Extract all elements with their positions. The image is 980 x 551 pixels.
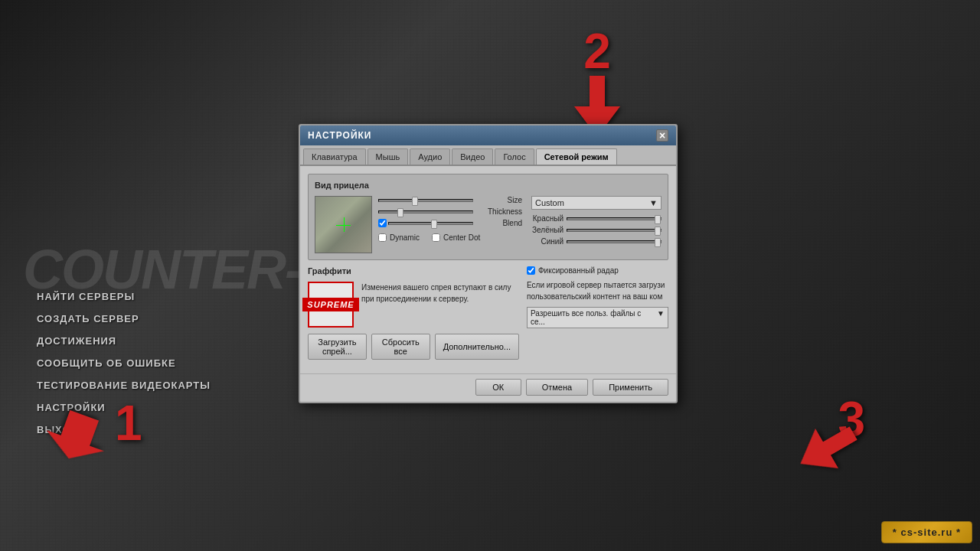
dialog-tabs: Клавиатура Мышь Аудио Видео Голос Сетево…	[300, 145, 676, 166]
radar-area: Фиксированный радар Если игровой сервер …	[527, 266, 668, 366]
thickness-label: Thickness	[476, 207, 522, 216]
apply-button[interactable]: Применить	[593, 379, 668, 396]
action-buttons: ОК Отмена Применить	[300, 373, 676, 402]
red-slider-row: Красный	[531, 214, 662, 223]
annotation-2-number: 2	[583, 24, 611, 79]
dynamic-checkbox[interactable]	[378, 233, 387, 242]
graffiti-section: Supreme Изменения вашего спрея вступают …	[308, 282, 519, 328]
blue-slider-thumb[interactable]	[655, 238, 661, 247]
blue-label: Синий	[531, 237, 564, 246]
crosshair-checkboxes: Dynamic Center Dot	[378, 232, 525, 242]
site-badge: * cs-site.ru *	[881, 521, 972, 543]
red-slider-track[interactable]	[567, 217, 662, 220]
dialog-title: НАСТРОЙКИ	[308, 130, 371, 141]
annotation-3-container: 3	[796, 425, 858, 474]
blend-slider-track[interactable]	[388, 222, 473, 225]
graffiti-buttons: Загрузить спрей... Сбросить все Дополнит…	[308, 334, 519, 360]
menu-item-find-servers[interactable]: НАЙТИ СЕРВЕРЫ	[37, 291, 211, 302]
dialog-titlebar: НАСТРОЙКИ ×	[300, 126, 676, 145]
tab-keyboard[interactable]: Клавиатура	[303, 148, 366, 165]
thickness-slider-track[interactable]	[378, 210, 473, 214]
red-slider-thumb[interactable]	[655, 215, 661, 224]
crosshair-style-dropdown[interactable]: Custom ▼	[531, 196, 662, 210]
cancel-button[interactable]: Отмена	[526, 379, 588, 396]
blue-slider-track[interactable]	[567, 240, 662, 243]
blend-slider-thumb[interactable]	[431, 220, 437, 229]
thickness-slider-row: Thickness	[378, 207, 525, 216]
tab-network[interactable]: Сетевой режим	[536, 148, 617, 165]
crosshair-section: Вид прицела Size	[308, 174, 668, 260]
crosshair-vertical-bottom	[344, 217, 345, 231]
reset-all-button[interactable]: Сбросить все	[371, 334, 430, 360]
annotation-1-number: 1	[115, 396, 142, 451]
blend-slider-row: Blend	[378, 219, 525, 227]
dynamic-checkbox-row: Dynamic	[378, 233, 420, 242]
size-slider-track[interactable]	[378, 199, 473, 202]
size-label: Size	[476, 196, 522, 204]
dialog-close-button[interactable]: ×	[656, 129, 668, 142]
red-label: Красный	[531, 214, 564, 223]
graffiti-area: Граффити Supreme Изменения вашего спрея …	[308, 266, 519, 366]
crosshair-row: Size Thickness Blend	[315, 196, 662, 253]
dynamic-label: Dynamic	[390, 233, 420, 242]
graffiti-section-title: Граффити	[308, 266, 519, 276]
size-slider-row: Size	[378, 196, 525, 204]
tab-mouse[interactable]: Мышь	[368, 148, 409, 165]
green-slider-thumb[interactable]	[655, 227, 661, 236]
radar-info: Если игровой сервер пытается загрузи пол…	[527, 279, 668, 302]
dropdown-label: Custom	[535, 198, 564, 207]
green-slider-row: Зелёный	[531, 226, 662, 234]
fixed-radar-label: Фиксированный радар	[538, 266, 619, 275]
graffiti-info: Изменения вашего спрея вступают в силу п…	[361, 282, 519, 328]
center-dot-label: Center Dot	[443, 233, 480, 242]
dropdown-arrow-icon: ▼	[649, 198, 658, 207]
bottom-row: Граффити Supreme Изменения вашего спрея …	[308, 266, 668, 366]
tab-audio[interactable]: Аудио	[410, 148, 450, 165]
crosshair-horizontal-right	[336, 225, 350, 226]
radar-dropdown-label: Разрешить все польз. файлы с се...	[531, 309, 657, 326]
radar-dropdown[interactable]: Разрешить все польз. файлы с се... ▼	[527, 307, 668, 328]
blend-checkbox[interactable]	[378, 219, 387, 227]
crosshair-section-title: Вид прицела	[315, 181, 662, 190]
radar-checkbox-row: Фиксированный радар	[527, 266, 668, 275]
menu-item-report-bug[interactable]: СООБЩИТЬ ОБ ОШИБКЕ	[37, 357, 211, 369]
tab-voice[interactable]: Голос	[495, 148, 534, 165]
advanced-button[interactable]: Дополнительно...	[435, 334, 519, 360]
radar-dropdown-icon: ▼	[657, 309, 665, 326]
annotation-1-container: 1	[115, 399, 142, 448]
center-dot-checkbox-row: Center Dot	[432, 233, 480, 242]
green-label: Зелёный	[531, 226, 564, 234]
load-spray-button[interactable]: Загрузить спрей...	[308, 334, 367, 360]
crosshair-controls: Size Thickness Blend	[378, 196, 525, 242]
fixed-radar-checkbox[interactable]	[527, 266, 535, 275]
supreme-spray: Supreme	[302, 298, 358, 311]
center-dot-checkbox[interactable]	[432, 233, 440, 242]
thickness-slider-thumb[interactable]	[397, 208, 403, 217]
blend-label: Blend	[476, 219, 522, 227]
dialog-content: Вид прицела Size	[300, 166, 676, 373]
green-slider-track[interactable]	[567, 229, 662, 232]
menu-item-create-server[interactable]: СОЗДАТЬ СЕРВЕР	[37, 313, 211, 324]
menu-item-achievements[interactable]: ДОСТИЖЕНИЯ	[37, 335, 211, 347]
ok-button[interactable]: ОК	[475, 379, 521, 396]
graffiti-preview: Supreme	[308, 282, 354, 328]
crosshair-preview	[315, 196, 372, 253]
tab-video[interactable]: Видео	[452, 148, 493, 165]
menu-item-test-gpu[interactable]: ТЕСТИРОВАНИЕ ВИДЕОКАРТЫ	[37, 380, 211, 391]
blue-slider-row: Синий	[531, 237, 662, 246]
annotation-2-container: 2	[574, 27, 620, 140]
crosshair-right: Custom ▼ Красный Зелёный	[531, 196, 662, 249]
settings-dialog: НАСТРОЙКИ × Клавиатура Мышь Аудио Видео …	[299, 124, 678, 403]
size-slider-thumb[interactable]	[412, 197, 418, 206]
